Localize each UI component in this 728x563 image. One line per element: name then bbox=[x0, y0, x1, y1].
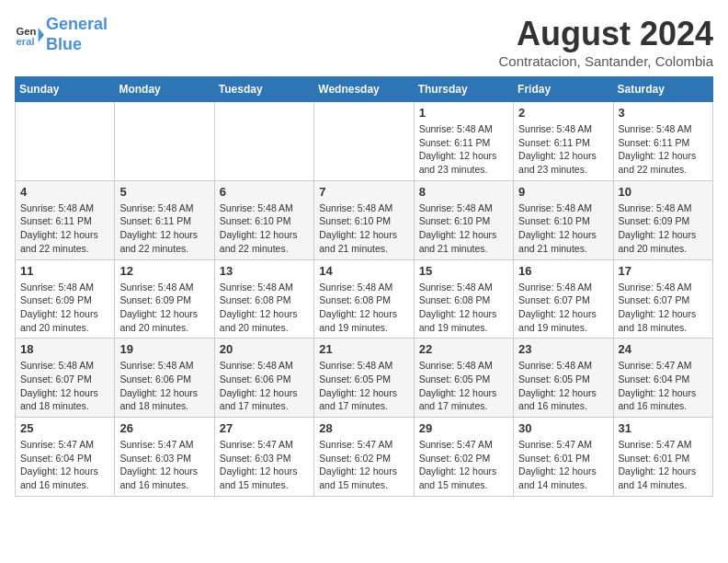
day-number: 29 bbox=[419, 421, 508, 435]
day-header-tuesday: Tuesday bbox=[214, 77, 313, 102]
calendar-cell: 12Sunrise: 5:48 AM Sunset: 6:09 PM Dayli… bbox=[115, 259, 214, 339]
calendar-cell: 4Sunrise: 5:48 AM Sunset: 6:11 PM Daylig… bbox=[16, 180, 115, 259]
calendar-cell bbox=[214, 102, 313, 181]
svg-text:Gen: Gen bbox=[17, 26, 37, 37]
day-number: 31 bbox=[619, 421, 708, 435]
day-number: 30 bbox=[518, 421, 608, 435]
day-info: Sunrise: 5:48 AM Sunset: 6:11 PM Dayligh… bbox=[20, 201, 109, 256]
day-info: Sunrise: 5:48 AM Sunset: 6:05 PM Dayligh… bbox=[419, 359, 508, 413]
day-info: Sunrise: 5:48 AM Sunset: 6:10 PM Dayligh… bbox=[319, 201, 408, 256]
day-info: Sunrise: 5:48 AM Sunset: 6:09 PM Dayligh… bbox=[619, 201, 708, 256]
calendar-cell: 18Sunrise: 5:48 AM Sunset: 6:07 PM Dayli… bbox=[16, 339, 115, 418]
calendar-cell: 9Sunrise: 5:48 AM Sunset: 6:10 PM Daylig… bbox=[514, 180, 613, 259]
day-info: Sunrise: 5:48 AM Sunset: 6:05 PM Dayligh… bbox=[518, 359, 608, 413]
calendar-header-row: SundayMondayTuesdayWednesdayThursdayFrid… bbox=[16, 77, 713, 102]
calendar-cell: 2Sunrise: 5:48 AM Sunset: 6:11 PM Daylig… bbox=[514, 102, 613, 181]
calendar-cell: 17Sunrise: 5:48 AM Sunset: 6:07 PM Dayli… bbox=[613, 259, 712, 339]
calendar-cell: 30Sunrise: 5:47 AM Sunset: 6:01 PM Dayli… bbox=[514, 418, 613, 497]
day-info: Sunrise: 5:47 AM Sunset: 6:04 PM Dayligh… bbox=[20, 438, 109, 492]
day-info: Sunrise: 5:48 AM Sunset: 6:11 PM Dayligh… bbox=[419, 122, 508, 177]
day-number: 18 bbox=[20, 342, 109, 356]
calendar-cell: 11Sunrise: 5:48 AM Sunset: 6:09 PM Dayli… bbox=[16, 259, 115, 339]
calendar-cell: 19Sunrise: 5:48 AM Sunset: 6:06 PM Dayli… bbox=[115, 339, 214, 418]
calendar-cell bbox=[115, 102, 214, 181]
day-number: 23 bbox=[518, 342, 608, 356]
svg-text:eral: eral bbox=[17, 36, 35, 47]
day-header-thursday: Thursday bbox=[414, 77, 513, 102]
day-number: 28 bbox=[319, 421, 408, 435]
calendar-cell: 6Sunrise: 5:48 AM Sunset: 6:10 PM Daylig… bbox=[214, 180, 313, 259]
calendar-cell: 27Sunrise: 5:47 AM Sunset: 6:03 PM Dayli… bbox=[214, 418, 313, 497]
calendar-cell: 7Sunrise: 5:48 AM Sunset: 6:10 PM Daylig… bbox=[314, 180, 414, 259]
day-number: 17 bbox=[619, 264, 708, 278]
calendar-cell: 29Sunrise: 5:47 AM Sunset: 6:02 PM Dayli… bbox=[414, 418, 513, 497]
day-info: Sunrise: 5:48 AM Sunset: 6:08 PM Dayligh… bbox=[419, 281, 508, 335]
day-number: 22 bbox=[419, 342, 508, 356]
day-number: 25 bbox=[20, 421, 109, 435]
calendar-cell: 3Sunrise: 5:48 AM Sunset: 6:11 PM Daylig… bbox=[613, 102, 712, 181]
day-number: 7 bbox=[319, 185, 408, 199]
page-header: Gen eral General Blue August 2024 Contra… bbox=[15, 15, 713, 69]
calendar-cell: 15Sunrise: 5:48 AM Sunset: 6:08 PM Dayli… bbox=[414, 259, 513, 339]
day-number: 21 bbox=[319, 342, 408, 356]
day-info: Sunrise: 5:48 AM Sunset: 6:10 PM Dayligh… bbox=[220, 201, 309, 256]
location: Contratacion, Santander, Colombia bbox=[499, 53, 713, 69]
calendar-week-3: 11Sunrise: 5:48 AM Sunset: 6:09 PM Dayli… bbox=[16, 259, 713, 339]
day-number: 2 bbox=[518, 106, 608, 120]
day-info: Sunrise: 5:48 AM Sunset: 6:06 PM Dayligh… bbox=[220, 359, 309, 413]
logo: Gen eral General Blue bbox=[15, 15, 108, 54]
day-number: 12 bbox=[119, 264, 209, 278]
calendar-week-4: 18Sunrise: 5:48 AM Sunset: 6:07 PM Dayli… bbox=[16, 339, 713, 418]
day-number: 24 bbox=[619, 342, 708, 356]
day-number: 9 bbox=[518, 185, 608, 199]
calendar-cell: 24Sunrise: 5:47 AM Sunset: 6:04 PM Dayli… bbox=[613, 339, 712, 418]
day-number: 26 bbox=[119, 421, 209, 435]
day-info: Sunrise: 5:48 AM Sunset: 6:11 PM Dayligh… bbox=[119, 201, 209, 256]
day-info: Sunrise: 5:48 AM Sunset: 6:09 PM Dayligh… bbox=[119, 281, 209, 335]
calendar-cell bbox=[16, 102, 115, 181]
day-number: 27 bbox=[220, 421, 309, 435]
day-number: 15 bbox=[419, 264, 508, 278]
day-header-saturday: Saturday bbox=[613, 77, 712, 102]
day-header-friday: Friday bbox=[514, 77, 613, 102]
calendar-table: SundayMondayTuesdayWednesdayThursdayFrid… bbox=[15, 76, 713, 497]
month-title: August 2024 bbox=[499, 15, 713, 53]
day-number: 1 bbox=[419, 106, 508, 120]
day-info: Sunrise: 5:48 AM Sunset: 6:11 PM Dayligh… bbox=[619, 122, 708, 177]
svg-marker-2 bbox=[39, 28, 44, 42]
logo-line1: General bbox=[46, 15, 108, 33]
calendar-cell: 20Sunrise: 5:48 AM Sunset: 6:06 PM Dayli… bbox=[214, 339, 313, 418]
day-info: Sunrise: 5:47 AM Sunset: 6:02 PM Dayligh… bbox=[419, 438, 508, 492]
calendar-cell: 26Sunrise: 5:47 AM Sunset: 6:03 PM Dayli… bbox=[115, 418, 214, 497]
calendar-cell: 10Sunrise: 5:48 AM Sunset: 6:09 PM Dayli… bbox=[613, 180, 712, 259]
day-info: Sunrise: 5:48 AM Sunset: 6:11 PM Dayligh… bbox=[518, 122, 608, 177]
day-number: 16 bbox=[518, 264, 608, 278]
calendar-cell: 5Sunrise: 5:48 AM Sunset: 6:11 PM Daylig… bbox=[115, 180, 214, 259]
day-number: 3 bbox=[619, 106, 708, 120]
calendar-body: 1Sunrise: 5:48 AM Sunset: 6:11 PM Daylig… bbox=[16, 102, 713, 497]
day-info: Sunrise: 5:48 AM Sunset: 6:06 PM Dayligh… bbox=[119, 359, 209, 413]
day-info: Sunrise: 5:47 AM Sunset: 6:04 PM Dayligh… bbox=[619, 359, 708, 413]
day-info: Sunrise: 5:48 AM Sunset: 6:07 PM Dayligh… bbox=[518, 281, 608, 335]
logo-icon: Gen eral bbox=[15, 20, 44, 50]
day-info: Sunrise: 5:48 AM Sunset: 6:10 PM Dayligh… bbox=[419, 201, 508, 256]
day-info: Sunrise: 5:48 AM Sunset: 6:07 PM Dayligh… bbox=[20, 359, 109, 413]
day-number: 20 bbox=[220, 342, 309, 356]
day-info: Sunrise: 5:47 AM Sunset: 6:01 PM Dayligh… bbox=[619, 438, 708, 492]
day-number: 14 bbox=[319, 264, 408, 278]
calendar-cell: 16Sunrise: 5:48 AM Sunset: 6:07 PM Dayli… bbox=[514, 259, 613, 339]
calendar-cell bbox=[314, 102, 414, 181]
day-info: Sunrise: 5:48 AM Sunset: 6:10 PM Dayligh… bbox=[518, 201, 608, 256]
day-info: Sunrise: 5:48 AM Sunset: 6:05 PM Dayligh… bbox=[319, 359, 408, 413]
calendar-cell: 14Sunrise: 5:48 AM Sunset: 6:08 PM Dayli… bbox=[314, 259, 414, 339]
day-number: 4 bbox=[20, 185, 109, 199]
logo-text: General Blue bbox=[46, 15, 108, 54]
day-number: 13 bbox=[220, 264, 309, 278]
day-number: 19 bbox=[119, 342, 209, 356]
logo-line2: Blue bbox=[46, 35, 82, 53]
day-number: 6 bbox=[220, 185, 309, 199]
day-header-monday: Monday bbox=[115, 77, 214, 102]
day-info: Sunrise: 5:48 AM Sunset: 6:09 PM Dayligh… bbox=[20, 281, 109, 335]
day-info: Sunrise: 5:47 AM Sunset: 6:01 PM Dayligh… bbox=[518, 438, 608, 492]
calendar-cell: 8Sunrise: 5:48 AM Sunset: 6:10 PM Daylig… bbox=[414, 180, 513, 259]
